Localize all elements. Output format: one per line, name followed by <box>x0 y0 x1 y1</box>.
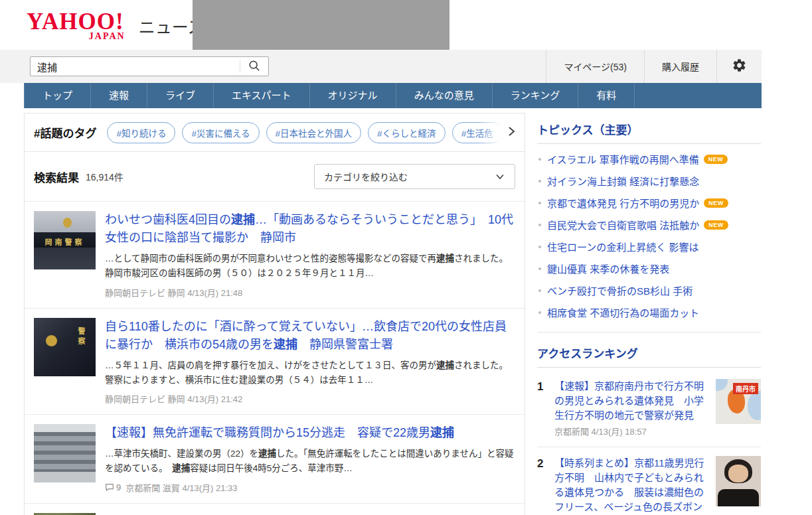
article-summary: …５年１１月、店員の肩を押す暴行を加え、けがをさせたとして１３日、客の男が逮捕さ… <box>105 358 515 388</box>
article-source: 京都新聞 滋賀 4/13(月) 21:33 <box>125 481 237 494</box>
topic-link[interactable]: ベンチ殴打で骨折のSB杉山 手術 <box>547 283 692 297</box>
header: YAHOO! JAPAN ニュース <box>0 0 762 50</box>
article-meta: 静岡朝日テレビ 静岡 4/13(月) 21:48 <box>105 286 515 299</box>
bullet-icon <box>538 246 541 248</box>
yahoo-japan-news-logo[interactable]: YAHOO! JAPAN ニュース <box>27 8 204 38</box>
nav-tab-sokuho[interactable]: 速報 <box>90 83 147 108</box>
article-thumbnail[interactable]: 岡南警察 <box>34 211 96 269</box>
bullet-icon <box>538 224 541 226</box>
topic-link[interactable]: 京都で遺体発見 行方不明の男児か <box>547 196 699 210</box>
gear-icon <box>732 58 747 76</box>
topic-link[interactable]: 自民党大会で自衛官歌唱 法抵触か <box>547 218 699 232</box>
topic-item[interactable]: 対イラン海上封鎖 経済に打撃懸念 <box>537 170 761 192</box>
sidebar-divider <box>537 332 761 332</box>
purchase-history-link[interactable]: 購入履歴 <box>644 50 716 83</box>
article-title-link[interactable]: 「酒が入って性欲が抑えきれなくなりやってしまった」公園で泥酔した27歳女性に対す… <box>105 513 515 515</box>
topic-link[interactable]: 鍵山優真 来季の休養を発表 <box>547 261 669 275</box>
topic-item[interactable]: 住宅ローンの金利上昇続く 影響は <box>537 236 761 258</box>
search-button[interactable] <box>240 57 268 76</box>
topic-link[interactable]: イスラエル 軍事作戦の再開へ準備 <box>547 152 699 166</box>
rank-number: 1 <box>537 379 554 438</box>
map-water <box>716 379 728 391</box>
category-filter-dropdown[interactable]: カテゴリを絞り込む <box>314 164 515 189</box>
search-icon <box>248 60 260 74</box>
article-title-link[interactable]: わいせつ歯科医4回目の逮捕…「動画あるならそういうことだと思う」 10代女性の口… <box>105 211 515 247</box>
comment-bubble-icon <box>105 482 114 492</box>
topic-item[interactable]: ベンチ殴打で骨折のSB杉山 手術 <box>537 279 761 301</box>
settings-button[interactable] <box>716 50 762 83</box>
article-meta: 9 京都新聞 滋賀 4/13(月) 21:33 <box>105 481 515 494</box>
search-box <box>30 56 269 76</box>
article-item: 「酒が入って性欲が抑えきれなくなりやってしまった」公園で泥酔した27歳女性に対す… <box>25 503 525 515</box>
bullet-icon <box>538 180 541 183</box>
results-label: 検索結果 <box>34 169 79 185</box>
topic-item[interactable]: 京都で遺体発見 行方不明の男児か NEW <box>537 192 761 214</box>
police-station-sign: 岡南警察 <box>34 236 96 247</box>
content: #話題のタグ #知り続ける #災害に備える #日本社会と外国人 #くらしと経済 … <box>24 108 762 515</box>
article-body: わいせつ歯科医4回目の逮捕…「動画あるならそういうことだと思う」 10代女性の口… <box>105 211 515 299</box>
ad-banner <box>193 0 449 50</box>
nav-tab-ranking[interactable]: ランキング <box>492 83 578 108</box>
ranking-source: 京都新聞 4/13(月) 18:57 <box>554 426 709 438</box>
bullet-icon <box>538 267 541 270</box>
topic-link[interactable]: 住宅ローンの金利上昇続く 影響は <box>547 240 698 254</box>
article-source: 静岡朝日テレビ 静岡 4/13(月) 21:42 <box>105 392 242 405</box>
nav-tab-opinions[interactable]: みんなの意見 <box>396 83 492 108</box>
topic-item[interactable]: 自民党大会で自衛官歌唱 法抵触か NEW <box>537 214 761 236</box>
comment-count[interactable]: 9 <box>105 482 121 492</box>
search-results-panel: #話題のタグ #知り続ける #災害に備える #日本社会と外国人 #くらしと経済 … <box>24 113 525 515</box>
nav-tab-expert[interactable]: エキスパート <box>213 83 309 108</box>
ranking-title-link[interactable]: 【時系列まとめ】京都11歳男児行方不明 山林内で子どもとみられる遺体見つかる 服… <box>554 456 709 514</box>
results-count: 16,914件 <box>86 170 123 183</box>
article-item: 警察 自ら110番したのに「酒に酔って覚えていない」…飲食店で20代の女性店員に… <box>25 308 525 415</box>
topic-link[interactable]: 相席食堂 不適切行為の場面カット <box>547 305 699 319</box>
access-ranking-heading[interactable]: アクセスランキング <box>537 344 761 368</box>
photo-face <box>728 465 748 482</box>
nav-tab-original[interactable]: オリジナル <box>309 83 396 108</box>
tag-pill[interactable]: #くらしと経済 <box>368 122 446 143</box>
police-crest-icon <box>63 218 72 228</box>
ranking-title-link[interactable]: 【速報】京都府南丹市で行方不明の男児とみられる遺体発見 小学生行方不明の地元で警… <box>554 379 709 422</box>
nav-tab-top[interactable]: トップ <box>24 83 90 108</box>
chevron-down-icon <box>495 171 505 182</box>
police-station-sign: 警察 <box>76 327 86 347</box>
article-thumbnail[interactable] <box>34 513 96 515</box>
ranking-item-body: 【速報】京都府南丹市で行方不明の男児とみられる遺体発見 小学生行方不明の地元で警… <box>554 379 716 438</box>
search-input[interactable] <box>31 61 240 72</box>
article-meta: 静岡朝日テレビ 静岡 4/13(月) 21:42 <box>105 392 515 405</box>
topic-item[interactable]: 相席食堂 不適切行為の場面カット <box>537 301 761 323</box>
bullet-icon <box>538 158 541 161</box>
ranking-thumbnail-map[interactable]: 南丹市 <box>716 379 761 424</box>
chevron-right-icon <box>506 126 517 139</box>
topics-list: イスラエル 軍事作戦の再開へ準備 NEW 対イラン海上封鎖 経済に打撃懸念 京都… <box>537 148 761 323</box>
article-title-link[interactable]: 自ら110番したのに「酒に酔って覚えていない」…飲食店で20代の女性店員に暴行か… <box>105 318 515 354</box>
search-bar-row: マイページ(53) 購入履歴 <box>0 50 762 83</box>
article-item: 【速報】無免許運転で職務質問から15分逃走 容疑で22歳男逮捕 …草津市矢橋町、… <box>25 414 525 503</box>
article-title-link[interactable]: 【速報】無免許運転で職務質問から15分逃走 容疑で22歳男逮捕 <box>105 424 515 442</box>
article-thumbnail[interactable]: 警察 <box>34 318 96 376</box>
tag-pill[interactable]: #災害に備える <box>182 122 259 143</box>
article-item: 岡南警察 わいせつ歯科医4回目の逮捕…「動画あるならそういうことだと思う」 10… <box>25 201 525 308</box>
ranking-thumbnail-photo[interactable] <box>716 456 761 506</box>
map-region-label: 南丹市 <box>733 383 758 394</box>
topic-item[interactable]: 鍵山優真 来季の休養を発表 <box>537 258 761 279</box>
tags-scroll-next[interactable] <box>478 113 525 151</box>
topic-link[interactable]: 対イラン海上封鎖 経済に打撃懸念 <box>547 174 699 188</box>
topics-heading[interactable]: トピックス（主要） <box>537 121 761 144</box>
mypage-link[interactable]: マイページ(53) <box>546 50 644 83</box>
article-summary: …草津市矢橋町、建設業の男（22）を逮捕した。「無免許運転をしたことは間違いあり… <box>105 447 515 477</box>
new-badge: NEW <box>704 155 728 164</box>
page: YAHOO! JAPAN ニュース マイページ(53) 購入履歴 <box>0 0 762 515</box>
sidebar: トピックス（主要） イスラエル 軍事作戦の再開へ準備 NEW 対イラン海上封鎖 … <box>537 113 761 515</box>
nav-tab-live[interactable]: ライブ <box>147 83 213 108</box>
topic-tags-row: #話題のタグ #知り続ける #災害に備える #日本社会と外国人 #くらしと経済 … <box>25 113 525 152</box>
topic-tags-list: #知り続ける #災害に備える #日本社会と外国人 #くらしと経済 #生活危 <box>107 122 515 143</box>
nav-tab-paid[interactable]: 有料 <box>578 83 634 108</box>
article-thumbnail[interactable] <box>34 424 96 482</box>
logo-japan-text: JAPAN <box>89 31 125 42</box>
tag-pill[interactable]: #知り続ける <box>107 122 175 143</box>
bullet-icon <box>538 311 541 314</box>
new-badge: NEW <box>704 198 728 208</box>
tag-pill[interactable]: #日本社会と外国人 <box>266 122 362 143</box>
topic-item[interactable]: イスラエル 軍事作戦の再開へ準備 NEW <box>537 148 761 170</box>
